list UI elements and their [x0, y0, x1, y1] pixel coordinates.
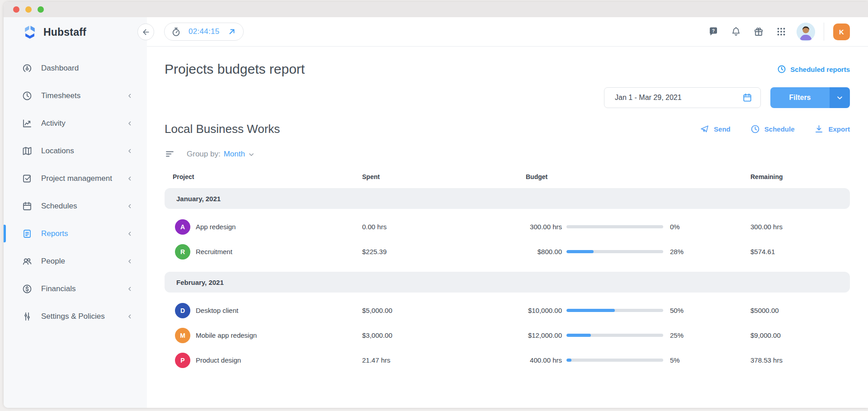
budget-progress-bar	[566, 225, 663, 228]
filters-button[interactable]: Filters	[770, 87, 830, 108]
sidebar-item-schedules[interactable]: Schedules	[4, 192, 147, 220]
project-avatar: A	[175, 219, 190, 235]
back-arrow-icon	[142, 28, 151, 37]
sidebar-item-label: Locations	[41, 146, 74, 156]
sidebar-item-label: Activity	[41, 119, 66, 128]
spent-value: $225.39	[362, 248, 526, 255]
remaining-value: 300.00 hrs	[750, 223, 850, 231]
group-icon	[165, 148, 176, 160]
sidebar-item-locations[interactable]: Locations	[4, 137, 147, 165]
sidebar-item-project-management[interactable]: Project management	[4, 165, 147, 192]
open-timer-icon[interactable]	[228, 28, 236, 36]
budget-progress-bar	[566, 334, 663, 337]
chevron-left-icon	[126, 258, 133, 265]
project-name[interactable]: Recruitment	[196, 248, 232, 255]
column-header-remaining: Remaining	[750, 173, 850, 180]
sidebar: Hubstaff DashboardTimesheetsActivityLoca…	[4, 17, 147, 408]
group-by-value: Month	[224, 150, 245, 159]
filters-dropdown-button[interactable]	[830, 87, 850, 108]
project-avatar: D	[175, 303, 190, 318]
remaining-value: $5000.00	[750, 307, 850, 314]
group-by-dropdown[interactable]: Month	[224, 150, 255, 159]
notifications-bell-icon[interactable]	[731, 26, 741, 37]
budget-progress-bar	[566, 309, 663, 312]
sidebar-item-activity[interactable]: Activity	[4, 109, 147, 137]
user-avatar[interactable]	[797, 23, 815, 41]
project-name[interactable]: App redesign	[196, 223, 236, 231]
gift-icon[interactable]	[753, 26, 764, 37]
budget-value: $12,000.00	[526, 331, 562, 339]
projects-icon	[22, 173, 33, 184]
date-range-input[interactable]: Jan 1 - Mar 29, 2021	[604, 87, 761, 108]
sidebar-item-dashboard[interactable]: Dashboard	[4, 54, 147, 82]
table-row: DDesktop client$5,000.00$10,000.0050%$50…	[165, 298, 850, 323]
report-actions: Send Schedule	[680, 124, 850, 134]
people-icon	[22, 256, 33, 267]
budget-cell: $800.0028%	[526, 248, 750, 255]
back-button[interactable]	[137, 24, 154, 40]
chevron-left-icon	[126, 147, 133, 155]
project-avatar: R	[175, 244, 190, 260]
reports-icon	[22, 228, 33, 239]
topbar: 02:44:15 ?	[147, 17, 868, 47]
send-icon	[700, 124, 709, 134]
chevron-left-icon	[126, 313, 133, 320]
locations-icon	[22, 146, 33, 156]
export-button[interactable]: Export	[814, 124, 850, 134]
hubstaff-logo[interactable]: Hubstaff	[4, 17, 147, 47]
group-header: January, 2021	[165, 188, 850, 209]
scheduled-reports-link[interactable]: Scheduled reports	[777, 65, 850, 74]
spent-value: 0.00 hrs	[362, 223, 526, 231]
spent-value: 21.47 hrs	[362, 356, 526, 364]
budget-progress-fill	[566, 250, 594, 253]
timer-widget[interactable]: 02:44:15	[164, 23, 244, 41]
sidebar-item-label: Financials	[41, 284, 76, 293]
project-name[interactable]: Product design	[196, 356, 241, 364]
budget-value: $10,000.00	[526, 307, 562, 314]
spent-value: $5,000.00	[362, 307, 526, 314]
svg-text:?: ?	[712, 28, 715, 33]
column-header-budget: Budget	[526, 173, 750, 180]
project-avatar: M	[175, 328, 190, 343]
zoom-button[interactable]	[38, 6, 44, 13]
sidebar-item-timesheets[interactable]: Timesheets	[4, 82, 147, 109]
sidebar-item-financials[interactable]: Financials	[4, 275, 147, 302]
workspace-badge[interactable]: K	[833, 24, 850, 40]
sidebar-item-people[interactable]: People	[4, 247, 147, 275]
budget-progress-fill	[566, 309, 615, 312]
sidebar-item-label: Schedules	[41, 202, 77, 211]
budget-percent: 0%	[670, 223, 680, 231]
help-icon[interactable]: ?	[708, 26, 719, 37]
budget-percent: 50%	[670, 307, 684, 314]
budget-cell: 300.00 hrs0%	[526, 223, 750, 231]
chevron-down-icon	[836, 94, 843, 101]
table-row: PProduct design21.47 hrs400.00 hrs5%378.…	[165, 348, 850, 373]
financials-icon	[22, 283, 33, 294]
filters-label: Filters	[789, 94, 811, 102]
group-header: February, 2021	[165, 272, 850, 293]
project-name[interactable]: Mobile app redesign	[196, 331, 257, 339]
budget-cell: $12,000.0025%	[526, 331, 750, 339]
sidebar-item-settings-policies[interactable]: Settings & Policies	[4, 302, 147, 330]
group-by-label: Group by:	[187, 150, 221, 159]
minimize-button[interactable]	[25, 6, 32, 13]
apps-grid-icon[interactable]	[776, 26, 787, 37]
group-label: January, 2021	[176, 195, 221, 203]
group-label: February, 2021	[176, 279, 224, 286]
filters-button-group: Filters	[770, 87, 850, 108]
close-button[interactable]	[13, 6, 19, 13]
schedule-button[interactable]: Schedule	[750, 124, 795, 134]
project-cell: AApp redesign	[165, 219, 362, 235]
budget-value: 300.00 hrs	[526, 223, 562, 231]
download-icon	[814, 124, 824, 134]
project-cell: DDesktop client	[165, 303, 362, 318]
chevron-down-icon	[248, 151, 255, 157]
report-table-body: January, 2021AApp redesign0.00 hrs300.00…	[165, 188, 850, 373]
project-name[interactable]: Desktop client	[196, 307, 238, 314]
budget-progress-bar	[566, 250, 663, 253]
remaining-value: $574.61	[750, 248, 850, 255]
remaining-value: 378.53 hrs	[750, 356, 850, 364]
topbar-divider	[824, 23, 824, 41]
send-button[interactable]: Send	[700, 124, 731, 134]
sidebar-item-reports[interactable]: Reports	[4, 220, 147, 247]
